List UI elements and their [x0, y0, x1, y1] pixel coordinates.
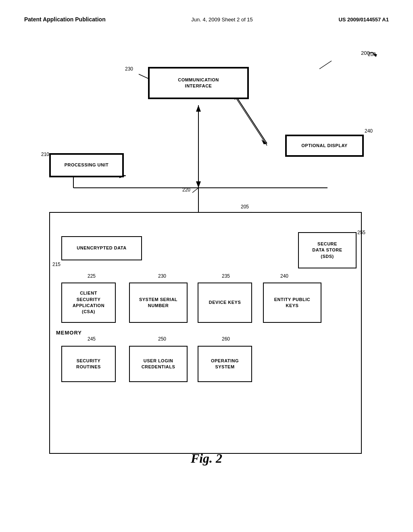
- svg-marker-15: [196, 181, 201, 188]
- svg-line-24: [233, 95, 266, 145]
- ref-215: 215: [52, 262, 60, 267]
- patent-diagram: 200 200 COMMUNICATION INTERFACE 230 OPTI…: [25, 35, 388, 478]
- device-keys-label: DEVICE KEYS: [209, 299, 241, 305]
- header: Patent Application Publication Jun. 4, 2…: [24, 16, 389, 23]
- memory-label: MEMORY: [56, 329, 82, 337]
- csa-label: CLIENT SECURITY APPLICATION (CSA): [73, 290, 104, 315]
- svg-marker-30: [373, 54, 377, 57]
- svg-line-25: [234, 94, 267, 145]
- unencrypted-data-box: UNENCRYPTED DATA: [61, 236, 142, 260]
- sds-label: SECURE DATA STORE (SDS): [312, 241, 342, 260]
- ref-260: 260: [222, 336, 230, 342]
- device-keys-box: DEVICE KEYS: [198, 283, 252, 323]
- header-center: Jun. 4, 2009 Sheet 2 of 15: [191, 17, 253, 23]
- comm-interface-label: COMMUNICATION INTERFACE: [178, 77, 219, 89]
- unencrypted-data-label: UNENCRYPTED DATA: [77, 245, 126, 251]
- operating-system-box: OPERATING SYSTEM: [198, 346, 252, 382]
- svg-line-3: [192, 188, 198, 193]
- svg-marker-27: [264, 141, 267, 145]
- header-right: US 2009/0144557 A1: [338, 17, 389, 23]
- svg-marker-16: [196, 105, 201, 112]
- operating-system-label: OPERATING SYSTEM: [211, 358, 239, 370]
- ref-200-arrow: 200: [346, 49, 378, 69]
- ref-245: 245: [88, 336, 96, 342]
- ref-210: 210: [41, 152, 49, 157]
- svg-marker-23: [261, 139, 267, 144]
- ref-220: 220: [182, 187, 190, 193]
- entity-keys-box: ENTITY PUBLIC KEYS: [263, 283, 321, 323]
- ref-230-ssn: 230: [158, 273, 166, 279]
- optional-display-box: OPTIONAL DISPLAY: [285, 135, 364, 157]
- security-routines-label: SECURITY ROUTINES: [76, 358, 101, 370]
- user-login-label: USER LOGIN CREDENTIALS: [142, 358, 175, 370]
- user-login-box: USER LOGIN CREDENTIALS: [129, 346, 188, 382]
- entity-keys-label: ENTITY PUBLIC KEYS: [274, 297, 310, 309]
- figure-caption: Fig. 2: [191, 451, 222, 466]
- csa-box: CLIENT SECURITY APPLICATION (CSA): [61, 283, 116, 323]
- ref-235: 235: [222, 273, 230, 279]
- comm-interface-box: COMMUNICATION INTERFACE: [148, 67, 249, 99]
- processing-unit-label: PROCESSING UNIT: [65, 162, 109, 168]
- system-serial-box: SYSTEM SERIAL NUMBER: [129, 283, 188, 323]
- ref-240-entity: 240: [280, 273, 288, 279]
- optional-display-label: OPTIONAL DISPLAY: [301, 143, 347, 149]
- system-serial-label: SYSTEM SERIAL NUMBER: [139, 297, 177, 309]
- ref-240-display: 240: [365, 128, 373, 134]
- ref-230-comm: 230: [125, 66, 133, 72]
- page: Patent Application Publication Jun. 4, 2…: [0, 0, 413, 532]
- header-left: Patent Application Publication: [24, 16, 106, 23]
- ref-250: 250: [158, 336, 166, 342]
- ref-255: 255: [357, 230, 365, 235]
- sds-box: SECURE DATA STORE (SDS): [298, 232, 357, 268]
- ref-225: 225: [88, 273, 96, 279]
- processing-unit-box: PROCESSING UNIT: [49, 153, 124, 177]
- svg-text:200: 200: [361, 50, 370, 56]
- security-routines-box: SECURITY ROUTINES: [61, 346, 116, 382]
- svg-line-0: [319, 61, 332, 69]
- ref-205: 205: [241, 204, 249, 210]
